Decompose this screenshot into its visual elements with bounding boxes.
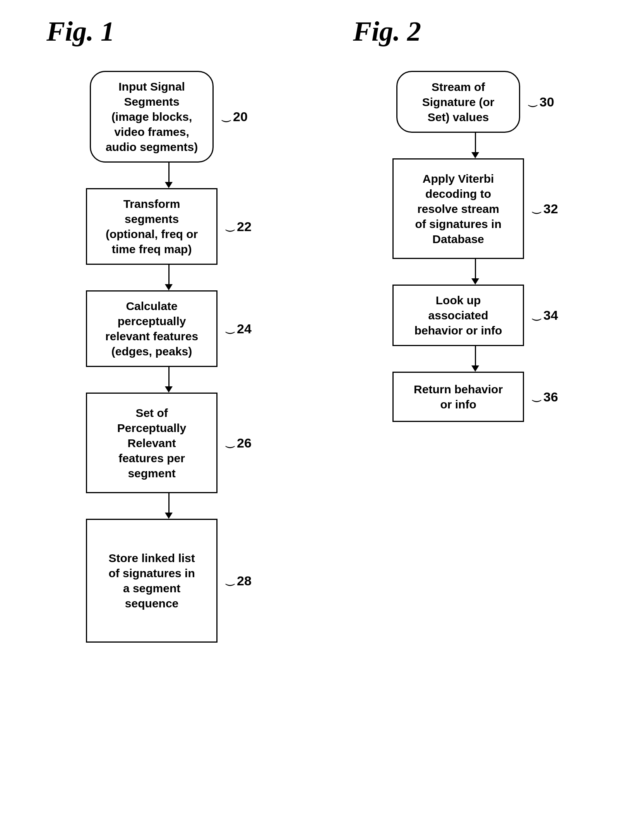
node-36-group: Return behavioror info 36 [330, 372, 621, 422]
node-34-text: Look upassociatedbehavior or info [414, 293, 502, 338]
ref-34-text: 34 [543, 308, 558, 323]
arrow-head [165, 513, 173, 519]
arrow-34-36 [330, 346, 621, 372]
node-20-text: Input Signal Segments(image blocks,video… [99, 79, 205, 154]
arrow-head [471, 278, 479, 285]
arrow-line [475, 133, 476, 152]
arrow-26-28 [23, 493, 314, 519]
fig2-flowchart: Stream ofSignature (orSet) values 30 App… [330, 71, 621, 422]
node-32-group: Apply Viterbidecoding toresolve streamof… [330, 158, 621, 259]
arrow-line [475, 259, 476, 278]
arrow-line [168, 163, 170, 182]
node-22: Transformsegments(optional, freq ortime … [86, 188, 218, 265]
node-30: Stream ofSignature (orSet) values [396, 71, 520, 133]
node-28-text: Store linked listof signatures ina segme… [108, 550, 195, 611]
ref-26-text: 26 [237, 436, 252, 451]
ref-24-text: 24 [237, 321, 252, 336]
arrow-32-34 [330, 259, 621, 285]
ref-32-text: 32 [543, 201, 558, 216]
node-30-ref: 30 [527, 94, 554, 110]
node-20: Input Signal Segments(image blocks,video… [90, 71, 214, 163]
figures-container: Fig. 1 Input Signal Segments(image block… [23, 15, 621, 643]
arrow-head [165, 284, 173, 290]
ref-22-text: 22 [237, 219, 252, 234]
node-34: Look upassociatedbehavior or info [392, 285, 524, 346]
arrow-22-24 [23, 265, 314, 290]
node-24: Calculateperceptuallyrelevant features(e… [86, 290, 218, 367]
node-28-ref: 28 [224, 573, 252, 588]
node-28-group: Store linked listof signatures ina segme… [23, 519, 314, 643]
arrow-head [165, 182, 173, 188]
node-32-ref: 32 [531, 201, 558, 216]
node-32: Apply Viterbidecoding toresolve streamof… [392, 158, 524, 259]
node-20-ref: 20 [221, 109, 248, 124]
node-36-ref: 36 [531, 389, 558, 405]
node-26-text: Set ofPerceptuallyRelevantfeatures perse… [117, 405, 186, 481]
node-26: Set ofPerceptuallyRelevantfeatures perse… [86, 393, 218, 493]
arrow-line [168, 493, 170, 513]
arrow-line [168, 265, 170, 284]
figure-1: Fig. 1 Input Signal Segments(image block… [23, 15, 314, 643]
node-36-text: Return behavioror info [414, 382, 503, 412]
node-26-group: Set ofPerceptuallyRelevantfeatures perse… [23, 393, 314, 493]
node-30-text: Stream ofSignature (orSet) values [422, 79, 495, 125]
arrow-head [471, 365, 479, 372]
arrow-24-26 [23, 367, 314, 393]
node-30-group: Stream ofSignature (orSet) values 30 [330, 71, 621, 133]
node-32-text: Apply Viterbidecoding toresolve streamof… [415, 171, 501, 247]
node-22-text: Transformsegments(optional, freq ortime … [106, 196, 198, 257]
node-34-ref: 34 [531, 308, 558, 323]
arrow-head [471, 152, 479, 158]
node-20-group: Input Signal Segments(image blocks,video… [23, 71, 314, 163]
node-36: Return behavioror info [392, 372, 524, 422]
fig2-title: Fig. 2 [353, 15, 421, 48]
node-24-text: Calculateperceptuallyrelevant features(e… [105, 298, 198, 359]
ref-28-text: 28 [237, 573, 252, 588]
fig1-flowchart: Input Signal Segments(image blocks,video… [23, 71, 314, 643]
fig1-title: Fig. 1 [46, 15, 115, 48]
arrow-30-32 [330, 133, 621, 158]
arrow-20-22 [23, 163, 314, 188]
node-24-ref: 24 [224, 321, 252, 336]
arrow-line [475, 346, 476, 365]
figure-2: Fig. 2 Stream ofSignature (orSet) values… [330, 15, 621, 422]
node-22-group: Transformsegments(optional, freq ortime … [23, 188, 314, 265]
arrow-line [168, 367, 170, 386]
node-24-group: Calculateperceptuallyrelevant features(e… [23, 290, 314, 367]
ref-20-text: 20 [233, 109, 248, 124]
node-22-ref: 22 [224, 219, 252, 234]
node-34-group: Look upassociatedbehavior or info 34 [330, 285, 621, 346]
arrow-head [165, 386, 173, 393]
node-26-ref: 26 [224, 436, 252, 451]
ref-30-text: 30 [540, 94, 554, 110]
ref-36-text: 36 [543, 389, 558, 405]
node-28: Store linked listof signatures ina segme… [86, 519, 218, 643]
